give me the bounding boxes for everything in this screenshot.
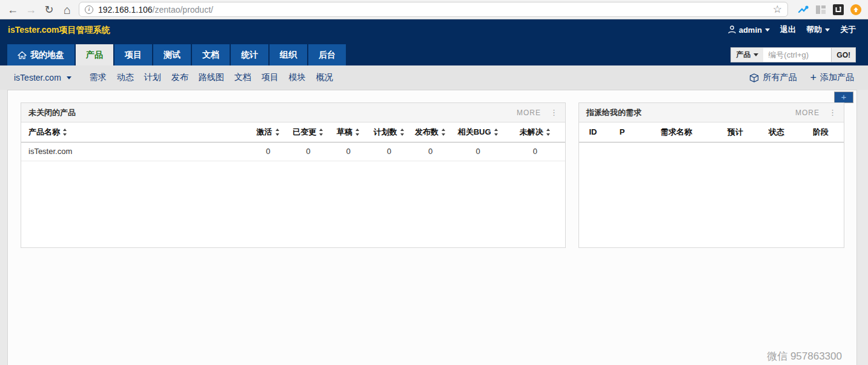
subnav-item-project[interactable]: 项目 — [262, 72, 279, 83]
column-header-stage[interactable]: 阶段 — [798, 122, 844, 142]
column-header-id[interactable]: ID — [579, 122, 607, 142]
about-link[interactable]: 关于 — [840, 24, 856, 35]
tab-my-dashboard[interactable]: 我的地盘 — [7, 44, 75, 65]
page-info-icon[interactable]: i — [85, 5, 93, 14]
sort-icon — [63, 129, 67, 136]
search-category-dropdown[interactable]: 产品 — [731, 47, 763, 62]
stories-table: ID P 需求名称 预计 状态 阶段 — [579, 122, 844, 142]
sort-icon — [400, 129, 405, 136]
all-products-link[interactable]: 所有产品 — [749, 72, 797, 83]
product-switcher-label: isTester.com — [14, 73, 61, 82]
tab-report[interactable]: 统计 — [231, 44, 268, 65]
column-header-unresolved[interactable]: 未解决 — [505, 122, 565, 142]
home-icon[interactable]: ⌂ — [58, 1, 76, 19]
app-title: isTester.com项目管理系统 — [8, 25, 110, 36]
draft-count-cell: 0 — [328, 142, 368, 161]
sort-icon — [319, 129, 323, 136]
all-products-label: 所有产品 — [763, 72, 797, 83]
column-header-product-name[interactable]: 产品名称 — [21, 122, 248, 142]
tab-org[interactable]: 组织 — [270, 44, 307, 65]
tab-admin[interactable]: 后台 — [308, 44, 346, 65]
product-name-cell[interactable]: isTester.com — [21, 142, 248, 161]
stories-panel-title: 指派给我的需求 — [586, 107, 641, 118]
assigned-stories-panel: 指派给我的需求 MORE ⋮ ID P 需求名称 预计 状态 阶段 — [578, 102, 844, 248]
subnav-actions: 所有产品 + 添加产品 — [749, 72, 854, 83]
extension-columns-icon[interactable] — [812, 4, 829, 15]
stories-panel-header: 指派给我的需求 MORE ⋮ — [579, 103, 844, 122]
stories-more-link[interactable]: MORE — [795, 109, 820, 117]
address-bar[interactable]: i 192.168.1.106/zentao/product/ ☆ — [79, 2, 788, 17]
back-icon[interactable]: ← — [4, 1, 22, 19]
changed-count-cell: 0 — [288, 142, 328, 161]
table-row[interactable]: isTester.com 0 0 0 0 0 0 0 — [21, 142, 565, 161]
app-header: isTester.com项目管理系统 admin 退出 帮助 关于 我的地盘 产… — [0, 19, 868, 65]
column-header-releases[interactable]: 发布数 — [409, 122, 451, 142]
sort-icon — [276, 129, 280, 136]
subnav-item-overview[interactable]: 概况 — [316, 72, 333, 83]
subnav-item-doc[interactable]: 文档 — [234, 72, 251, 83]
column-header-story-name[interactable]: 需求名称 — [637, 122, 715, 142]
column-header-status[interactable]: 状态 — [755, 122, 798, 142]
product-switcher[interactable]: isTester.com — [14, 73, 71, 82]
tab-label: 项目 — [125, 50, 142, 61]
search-go-button[interactable]: GO! — [831, 47, 856, 62]
column-header-changed[interactable]: 已变更 — [288, 122, 328, 142]
releases-count-cell: 0 — [409, 142, 451, 161]
subnav-item-plan[interactable]: 计划 — [144, 72, 161, 83]
tab-label: 测试 — [164, 50, 181, 61]
main-nav-tabs: 我的地盘 产品 项目 测试 文档 统计 组织 后台 — [7, 44, 346, 65]
home-icon — [18, 51, 27, 59]
user-dropdown[interactable]: admin — [728, 25, 770, 35]
column-header-estimate[interactable]: 预计 — [715, 122, 755, 142]
extension-up-arrow-icon[interactable] — [847, 4, 864, 15]
add-product-link[interactable]: + 添加产品 — [810, 72, 854, 83]
subnav-item-release[interactable]: 发布 — [171, 72, 188, 83]
reload-icon[interactable]: ↻ — [40, 1, 58, 19]
kebab-menu-icon[interactable]: ⋮ — [550, 108, 558, 117]
extension-trend-icon[interactable] — [794, 4, 812, 16]
column-header-bugs[interactable]: 相关BUG — [451, 122, 505, 142]
extension-u-icon[interactable] — [829, 4, 847, 15]
dashboard-container: + 未关闭的产品 MORE ⋮ 产品名称 激活 已变更 草稿 计划数 发布数 相… — [7, 90, 857, 365]
search-input[interactable] — [763, 47, 831, 62]
url-text: 192.168.1.106/zentao/product/ — [98, 5, 213, 15]
column-header-draft[interactable]: 草稿 — [328, 122, 368, 142]
tab-label: 文档 — [202, 50, 219, 61]
subnav-item-module[interactable]: 模块 — [289, 72, 306, 83]
logout-link[interactable]: 退出 — [780, 24, 796, 35]
bugs-count-cell: 0 — [451, 142, 505, 161]
help-label: 帮助 — [806, 24, 822, 35]
chevron-down-icon — [754, 53, 758, 59]
sort-icon — [442, 129, 446, 136]
tab-test[interactable]: 测试 — [153, 44, 191, 65]
wechat-watermark: 微信 957863300 — [767, 349, 842, 363]
subnav-item-roadmap[interactable]: 路线图 — [199, 72, 224, 83]
tab-project[interactable]: 项目 — [114, 44, 152, 65]
products-panel-header: 未关闭的产品 MORE ⋮ — [21, 103, 565, 122]
user-icon — [728, 25, 736, 34]
tab-label: 我的地盘 — [30, 50, 64, 61]
products-panel: 未关闭的产品 MORE ⋮ 产品名称 激活 已变更 草稿 计划数 发布数 相关B… — [21, 102, 566, 248]
forward-icon[interactable]: → — [22, 1, 40, 19]
browser-toolbar: ← → ↻ ⌂ i 192.168.1.106/zentao/product/ … — [0, 0, 868, 19]
column-header-priority[interactable]: P — [607, 122, 637, 142]
bookmark-star-icon[interactable]: ☆ — [773, 3, 782, 16]
column-header-active[interactable]: 激活 — [248, 122, 288, 142]
subnav-item-story[interactable]: 需求 — [90, 72, 107, 83]
sort-icon — [494, 129, 499, 136]
column-header-plans[interactable]: 计划数 — [368, 122, 409, 142]
plus-icon: + — [810, 73, 817, 82]
products-more-link[interactable]: MORE — [517, 109, 541, 117]
kebab-menu-icon[interactable]: ⋮ — [829, 108, 837, 117]
products-table-header-row: 产品名称 激活 已变更 草稿 计划数 发布数 相关BUG 未解决 — [21, 122, 565, 142]
unresolved-count-cell: 0 — [505, 142, 565, 161]
tab-doc[interactable]: 文档 — [192, 44, 230, 65]
help-dropdown[interactable]: 帮助 — [806, 24, 830, 35]
global-search: 产品 GO! — [731, 47, 856, 62]
tab-product[interactable]: 产品 — [76, 44, 113, 65]
add-block-button[interactable]: + — [834, 92, 853, 103]
products-panel-title: 未关闭的产品 — [28, 107, 76, 118]
subnav-item-dynamic[interactable]: 动态 — [117, 72, 134, 83]
stories-table-header-row: ID P 需求名称 预计 状态 阶段 — [579, 122, 844, 142]
tab-label: 后台 — [319, 50, 336, 61]
